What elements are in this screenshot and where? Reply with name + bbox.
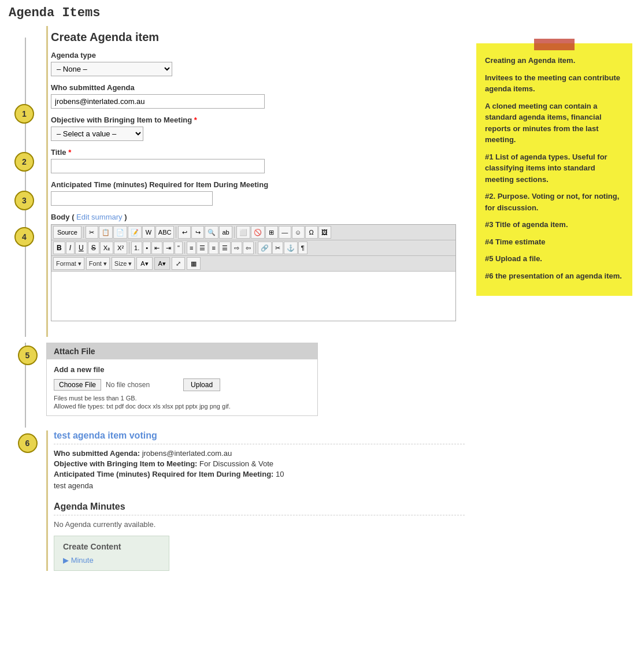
- link-btn[interactable]: 🔗: [258, 242, 272, 254]
- sticky-line-3: A cloned meeting can contain a standard …: [485, 101, 624, 146]
- format-dropdown[interactable]: Format ▾: [53, 257, 84, 270]
- minute-link[interactable]: ▶ Minute: [63, 556, 160, 565]
- show-blocks-btn[interactable]: ▦: [187, 257, 201, 270]
- title-input[interactable]: [51, 159, 265, 173]
- unordered-list-btn[interactable]: •: [143, 242, 151, 254]
- underline-btn[interactable]: U: [75, 242, 87, 254]
- step-badge-1: 1: [14, 104, 34, 124]
- size-dropdown[interactable]: Size ▾: [112, 257, 135, 270]
- toolbar-sep-2: [176, 227, 176, 238]
- step-badge-4: 4: [14, 227, 34, 247]
- ltr-btn[interactable]: ⇨: [231, 242, 242, 254]
- styles-btn[interactable]: ¶: [298, 242, 307, 254]
- sticky-line-9: #6 the presentation of an agenda item.: [485, 270, 624, 282]
- align-right-btn[interactable]: ≡: [209, 242, 218, 254]
- toolbar-row-3: Format ▾ Font ▾ Size ▾ A▾: [51, 256, 455, 272]
- hr-btn[interactable]: —: [279, 226, 291, 239]
- spellcheck-btn[interactable]: ABC: [155, 226, 175, 239]
- sticky-line-7: #4 Time estimate: [485, 236, 624, 248]
- form-title: Create Agenda item: [51, 31, 456, 44]
- align-left2-btn[interactable]: ≡: [187, 242, 196, 254]
- copy-btn[interactable]: 📋: [99, 226, 113, 239]
- paste-word-btn[interactable]: W: [142, 226, 155, 239]
- who-submitted-input[interactable]: [51, 94, 265, 109]
- align-center-btn[interactable]: ☰: [197, 242, 208, 254]
- time-input[interactable]: [51, 191, 213, 206]
- font-dropdown[interactable]: Font ▾: [86, 257, 110, 270]
- agenda-time-value: 10: [276, 470, 284, 478]
- file-hint-1: Files must be less than 1 GB.: [54, 395, 310, 402]
- upload-btn[interactable]: Upload: [183, 378, 220, 391]
- find-btn[interactable]: 🔍: [205, 226, 218, 239]
- anchor-btn[interactable]: ⚓: [284, 242, 298, 254]
- font-color-btn[interactable]: A▾: [136, 257, 152, 270]
- bold-btn[interactable]: B: [53, 242, 65, 254]
- cut-btn[interactable]: ✂: [86, 226, 98, 239]
- agenda-minutes-section: Agenda Minutes No Agenda currently avail…: [54, 502, 465, 571]
- required-star-2: *: [68, 148, 71, 157]
- editor-content[interactable]: [51, 272, 455, 321]
- agenda-minutes-title: Agenda Minutes: [54, 502, 465, 512]
- maximize-btn[interactable]: ⤢: [172, 257, 185, 270]
- paste-btn[interactable]: 📄: [113, 226, 127, 239]
- choose-file-btn[interactable]: Choose File: [54, 379, 101, 391]
- align-left-btn[interactable]: ⬜: [236, 226, 250, 239]
- subscript-btn[interactable]: X₂: [100, 242, 113, 254]
- agenda-type-group: Agenda type – None –: [51, 51, 456, 76]
- sticky-line-8: #5 Upload a file.: [485, 253, 624, 265]
- no-agenda-text: No Agenda currently available.: [54, 520, 465, 529]
- add-file-label: Add a new file: [54, 365, 310, 374]
- minutes-divider: [54, 515, 465, 515]
- step-badge-6: 6: [18, 433, 38, 453]
- page-title: Agenda Items: [9, 6, 632, 20]
- no-file-text: No file chosen: [106, 381, 150, 389]
- agenda-objective-value: For Discussion & Vote: [199, 459, 273, 468]
- strikethrough-btn[interactable]: S: [88, 242, 99, 254]
- justify-btn[interactable]: ☰: [219, 242, 231, 254]
- objective-select[interactable]: – Select a value –: [51, 127, 143, 141]
- create-content-box: Create Content ▶ Minute: [54, 536, 169, 571]
- smiley-btn[interactable]: ☺: [292, 226, 305, 239]
- toolbar-sep-3: [234, 227, 235, 238]
- title-group: Title *: [51, 148, 456, 173]
- body-group: Body ( Edit summary ) Source ✂: [51, 213, 456, 321]
- required-star: *: [194, 116, 197, 124]
- agenda-type-select[interactable]: – None –: [51, 62, 172, 76]
- decrease-indent-btn[interactable]: ⇤: [151, 242, 162, 254]
- table-btn[interactable]: ⊞: [265, 226, 278, 239]
- toolbar-sep-1: [83, 227, 84, 238]
- objective-label: Objective with Bringing Item to Meeting …: [51, 116, 456, 124]
- agenda-time-label: Anticipated Time (minutes) Required for …: [54, 470, 273, 478]
- undo-btn[interactable]: ↩: [178, 226, 191, 239]
- image-btn[interactable]: 🖼: [318, 226, 331, 239]
- step-badge-2: 2: [14, 152, 34, 172]
- agenda-who-value: jrobens@interlated.com.au: [142, 449, 232, 458]
- rtl-btn[interactable]: ⇦: [243, 242, 254, 254]
- unlink-btn[interactable]: ✂: [272, 242, 283, 254]
- highlight-btn[interactable]: A▾: [154, 257, 170, 270]
- ordered-list-btn[interactable]: 1.: [131, 242, 142, 254]
- superscript-btn[interactable]: X²: [114, 242, 127, 254]
- source-button[interactable]: Source: [53, 226, 81, 239]
- agenda-item-title[interactable]: test agenda item voting: [54, 430, 465, 444]
- edit-summary-link[interactable]: Edit summary: [76, 213, 122, 221]
- objective-group: Objective with Bringing Item to Meeting …: [51, 116, 456, 141]
- remove-format-btn[interactable]: 🚫: [251, 226, 265, 239]
- tb2-sep-1: [129, 242, 129, 254]
- sticky-note: Creating an Agenda item. Invitees to the…: [476, 43, 632, 296]
- italic-btn[interactable]: I: [66, 242, 75, 254]
- sticky-line-5: #2. Purpose. Voting or not, for noting, …: [485, 191, 624, 213]
- sticky-line-1: Creating an Agenda item.: [485, 55, 624, 66]
- sticky-line-4: #1 List of agenda types. Useful for clas…: [485, 151, 624, 185]
- increase-indent-btn[interactable]: ⇥: [163, 242, 174, 254]
- sticky-tape: [534, 39, 575, 50]
- agenda-objective-label: Objective with Bringing Item to Meeting:: [54, 459, 197, 468]
- replace-btn[interactable]: ab: [219, 226, 232, 239]
- paste-text-btn[interactable]: 📝: [128, 226, 142, 239]
- body-label: Body: [51, 213, 70, 221]
- agenda-type-label: Agenda type: [51, 51, 456, 60]
- special-char-btn[interactable]: Ω: [305, 226, 318, 239]
- redo-btn[interactable]: ↪: [191, 226, 204, 239]
- blockquote-btn[interactable]: ": [175, 242, 183, 254]
- attach-body: Add a new file Choose File No file chose…: [47, 359, 317, 415]
